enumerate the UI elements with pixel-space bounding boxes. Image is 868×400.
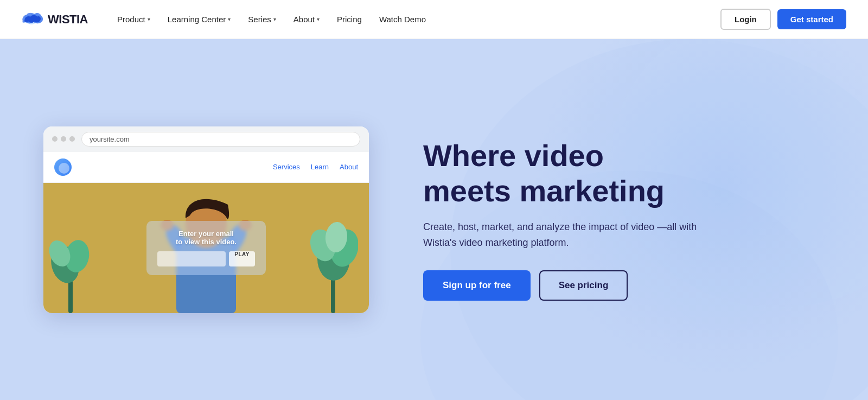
- nav-actions: Login Get started: [720, 9, 846, 30]
- nav-pricing[interactable]: Pricing: [329, 10, 369, 28]
- browser-bar: yoursite.com: [43, 126, 369, 152]
- mock-site-nav: Services Learn About: [43, 152, 369, 183]
- mock-site-logo: [54, 158, 72, 176]
- get-started-button[interactable]: Get started: [777, 9, 846, 29]
- mock-nav-about: About: [340, 163, 358, 171]
- browser-content: Services Learn About: [43, 152, 369, 313]
- logo[interactable]: WISTIA: [22, 12, 88, 27]
- nav-about[interactable]: About ▾: [286, 10, 327, 28]
- browser-dots: [52, 136, 75, 142]
- mock-video-area: Enter your emailto view this video. PLAY: [43, 183, 369, 313]
- hero-cta-row: Sign up for free See pricing: [423, 270, 835, 301]
- email-gate-text: Enter your emailto view this video.: [157, 230, 255, 246]
- chevron-down-icon: ▾: [228, 16, 231, 22]
- nav-links: Product ▾ Learning Center ▾ Series ▾ Abo…: [110, 10, 720, 28]
- email-gate-overlay: Enter your emailto view this video. PLAY: [146, 221, 266, 275]
- chevron-down-icon: ▾: [273, 16, 276, 22]
- browser-url-bar: yoursite.com: [81, 132, 360, 147]
- signup-button[interactable]: Sign up for free: [423, 270, 531, 301]
- hero-browser-mockup: yoursite.com Services Learn About: [43, 126, 391, 313]
- hero-heading: Where video meets marketing: [423, 138, 835, 208]
- chevron-down-icon: ▾: [317, 16, 320, 22]
- browser-card: yoursite.com Services Learn About: [43, 126, 369, 313]
- chevron-down-icon: ▾: [148, 16, 150, 22]
- browser-dot-2: [61, 136, 66, 142]
- plant-right-icon: [309, 215, 358, 313]
- hero-section: yoursite.com Services Learn About: [0, 39, 868, 400]
- logo-wordmark: WISTIA: [48, 12, 88, 27]
- nav-series[interactable]: Series ▾: [240, 10, 284, 28]
- plant-left-icon: [49, 226, 92, 313]
- browser-dot-3: [69, 136, 75, 142]
- mock-nav-services: Services: [273, 163, 300, 171]
- nav-learning-center[interactable]: Learning Center ▾: [160, 10, 239, 28]
- hero-subtext: Create, host, market, and analyze the im…: [423, 219, 705, 251]
- nav-product[interactable]: Product ▾: [110, 10, 158, 28]
- mock-play-button: PLAY: [229, 251, 255, 266]
- login-button[interactable]: Login: [720, 9, 771, 30]
- email-input-row: PLAY: [157, 251, 255, 266]
- main-nav: WISTIA Product ▾ Learning Center ▾ Serie…: [0, 0, 868, 39]
- hero-content: Where video meets marketing Create, host…: [423, 138, 835, 300]
- mock-email-input: [157, 251, 226, 266]
- browser-dot-1: [52, 136, 58, 142]
- see-pricing-button[interactable]: See pricing: [539, 270, 628, 301]
- nav-watch-demo[interactable]: Watch Demo: [372, 10, 433, 28]
- mock-nav-learn: Learn: [311, 163, 329, 171]
- mock-site-nav-links: Services Learn About: [273, 163, 358, 171]
